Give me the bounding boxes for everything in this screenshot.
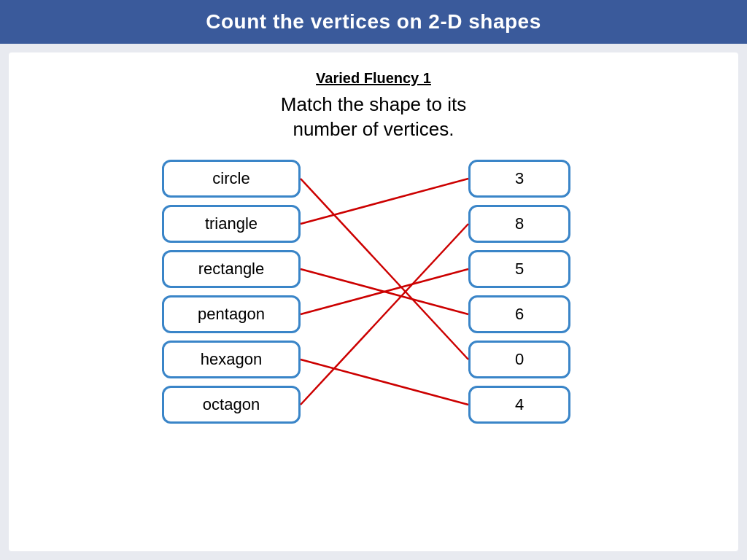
instruction-text: Match the shape to itsnumber of vertices… — [281, 93, 466, 142]
number-box-5[interactable]: 5 — [468, 250, 570, 288]
header-title: Count the vertices on 2-D shapes — [206, 10, 541, 33]
subtitle: Varied Fluency 1 — [316, 70, 431, 87]
main-content: Varied Fluency 1 Match the shape to itsn… — [9, 52, 738, 551]
number-box-6[interactable]: 6 — [468, 295, 570, 333]
shape-box-pentagon[interactable]: pentagon — [162, 295, 301, 333]
shape-box-rectangle[interactable]: rectangle — [162, 250, 301, 288]
svg-line-1 — [301, 179, 468, 224]
shape-box-hexagon[interactable]: hexagon — [162, 341, 301, 378]
number-box-8[interactable]: 8 — [468, 205, 570, 243]
number-box-0[interactable]: 0 — [468, 341, 570, 378]
svg-line-2 — [301, 269, 468, 314]
number-box-4[interactable]: 4 — [468, 386, 570, 424]
svg-line-0 — [301, 179, 468, 359]
number-box-3[interactable]: 3 — [468, 160, 570, 198]
page-header: Count the vertices on 2-D shapes — [0, 0, 747, 44]
svg-line-3 — [301, 269, 468, 314]
svg-line-5 — [301, 224, 468, 405]
matching-area: circle triangle rectangle pentagon hexag… — [162, 160, 585, 424]
shapes-column: circle triangle rectangle pentagon hexag… — [162, 160, 308, 424]
shape-box-octagon[interactable]: octagon — [162, 386, 301, 424]
numbers-column: 3 8 5 6 0 4 — [468, 160, 585, 424]
shape-box-triangle[interactable]: triangle — [162, 205, 301, 243]
svg-line-4 — [301, 359, 468, 405]
app-container: Count the vertices on 2-D shapes Varied … — [0, 0, 747, 560]
shape-box-circle[interactable]: circle — [162, 160, 301, 198]
